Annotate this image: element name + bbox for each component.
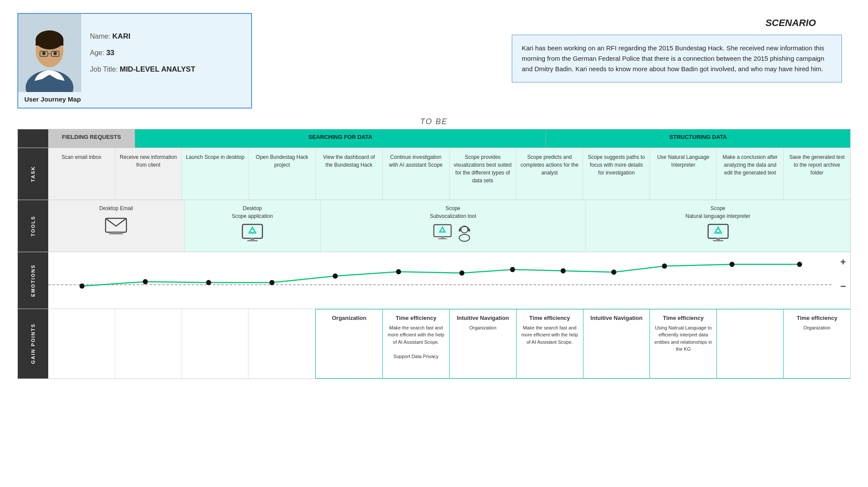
gain-cell-7: Intuitive Navigation Organization: [450, 309, 517, 378]
emotions-chart: + −: [48, 252, 850, 309]
svg-point-37: [80, 283, 85, 289]
gain-row: GAIN POINTS Organization Time efficiency…: [18, 309, 850, 378]
name-label: Name:: [90, 33, 110, 40]
emotions-row: EMOTIONS: [18, 252, 850, 309]
svg-point-46: [611, 270, 616, 275]
svg-point-38: [143, 279, 148, 284]
emotions-row-label: EMOTIONS: [18, 252, 48, 309]
gain-cell-6: Time efficiency Make the search fast and…: [383, 309, 450, 378]
emotions-axis-labels: + −: [840, 257, 846, 292]
emotions-label-text: EMOTIONS: [30, 264, 36, 297]
tools-cells: Desktop Email DesktopScope application: [48, 200, 850, 252]
task-cell-1: Scan email inbox: [48, 148, 115, 200]
tools-row: TOOLS Desktop Email DesktopScope applica…: [18, 200, 850, 252]
nli-icon: [707, 224, 729, 247]
svg-rect-21: [247, 240, 258, 241]
svg-point-33: [716, 229, 720, 233]
scenario-text: Kari has been working on an RFI regardin…: [512, 35, 842, 82]
task-cell-12: Save the generated text to the report ar…: [784, 148, 850, 200]
tool-scope-desktop-label: DesktopScope application: [232, 204, 273, 220]
task-cell-2: Receive new information from client: [115, 148, 182, 200]
gain-cells: Organization Time efficiency Make the se…: [48, 309, 850, 378]
gain-title-5: Organization: [319, 314, 379, 322]
svg-point-49: [797, 262, 802, 267]
journey-map: FIELDING REQUESTS SEARCHING FOR DATA STR…: [17, 129, 851, 379]
email-icon: [105, 216, 127, 237]
task-cell-11: Make a conclusion after analyzing the da…: [717, 148, 784, 200]
task-text-4: Open Bundestag Hack project: [256, 154, 308, 168]
phase-fielding-header: FIELDING REQUESTS: [48, 129, 135, 148]
tools-label-text: TOOLS: [30, 216, 36, 237]
job-value: MID-LEVEL ANALYST: [119, 65, 195, 73]
task-cell-3: Launch Scope in desktop: [182, 148, 249, 200]
age-label: Age:: [90, 49, 104, 56]
gain-title-8: Time efficiency: [520, 314, 580, 322]
tool-email-label: Desktop Email: [99, 204, 133, 212]
header-section: Name: KARI Age: 33 Job Title: MID-LEVEL …: [0, 0, 868, 113]
age-value: 33: [106, 49, 114, 57]
svg-point-19: [251, 229, 254, 233]
gain-cell-12: Time efficiency Organization: [784, 309, 850, 378]
gain-cell-5: Organization: [315, 309, 383, 378]
svg-rect-6: [36, 39, 63, 46]
gain-title-6: Time efficiency: [386, 314, 446, 322]
svg-rect-35: [713, 240, 723, 241]
tools-row-label: TOOLS: [18, 200, 48, 252]
gain-text-12: Organization: [787, 324, 847, 332]
svg-rect-20: [251, 238, 254, 240]
svg-point-48: [729, 262, 735, 267]
svg-point-45: [560, 268, 566, 273]
task-cells: Scan email inbox Receive new information…: [48, 148, 850, 200]
svg-marker-23: [440, 227, 446, 232]
task-cell-9: Scope suggests paths to focus with more …: [583, 148, 650, 200]
svg-point-44: [510, 267, 515, 272]
gain-text-7: Organization: [453, 324, 513, 332]
phase-structuring-header: STRUCTURING DATA: [546, 129, 850, 148]
svg-marker-32: [715, 227, 722, 233]
task-text-9: Scope suggests paths to focus with more …: [588, 154, 645, 176]
profile-photo: [18, 14, 81, 92]
scenario-title: SCENARIO: [278, 17, 842, 29]
task-text-12: Save the generated text to the report ar…: [789, 154, 845, 176]
tool-cell-scope-desktop: DesktopScope application: [185, 200, 321, 252]
phase-searching-header: SEARCHING FOR DATA: [135, 129, 546, 148]
svg-rect-15: [113, 231, 119, 233]
gain-cell-8: Time efficiency Make the search fast and…: [517, 309, 583, 378]
task-text-5: View the dashboard of the Bundestag Hack: [323, 154, 375, 168]
profile-info: Name: KARI Age: 33 Job Title: MID-LEVEL …: [81, 14, 204, 92]
task-text-11: Make a conclusion after analyzing the da…: [722, 154, 778, 176]
task-cell-7: Scope provides visualizations best suite…: [450, 148, 517, 200]
svg-rect-16: [109, 233, 123, 234]
scenario-box: SCENARIO Kari has been working on an RFI…: [269, 13, 851, 109]
task-cell-8: Scope predicts and completes actions for…: [516, 148, 583, 200]
svg-point-24: [441, 229, 444, 232]
task-text-1: Scan email inbox: [62, 154, 101, 160]
svg-point-10: [42, 52, 46, 55]
gain-text-6: Make the search fast and more efficient …: [386, 324, 446, 360]
emotions-minus: −: [840, 281, 846, 292]
tool-cell-subvoc: ScopeSubvocalization tool: [321, 200, 586, 252]
task-text-7: Scope provides visualizations best suite…: [454, 154, 512, 184]
gain-row-label: GAIN POINTS: [18, 309, 48, 378]
svg-marker-18: [249, 227, 256, 233]
tool-cell-nli: ScopeNatural language interpreter: [586, 200, 850, 252]
svg-point-39: [206, 280, 211, 285]
task-cell-4: Open Bundestag Hack project: [249, 148, 316, 200]
task-cell-5: View the dashboard of the Bundestag Hack: [316, 148, 383, 200]
task-text-8: Scope predicts and completes actions for…: [520, 154, 578, 176]
gain-label-text: GAIN POINTS: [30, 323, 36, 364]
task-row: TASK Scan email inbox Receive new inform…: [18, 148, 850, 200]
svg-point-11: [53, 52, 57, 55]
svg-rect-34: [716, 238, 720, 240]
svg-point-43: [459, 270, 464, 276]
svg-point-28: [459, 234, 470, 241]
task-label-text: TASK: [30, 166, 36, 182]
monitor-icon: [241, 224, 264, 247]
gain-text-8: Make the search fast and more efficient …: [520, 324, 580, 346]
gain-cell-4: [248, 309, 315, 378]
task-text-3: Launch Scope in desktop: [186, 154, 245, 160]
profile-footer: User Journey Map: [18, 92, 251, 106]
gain-text-10: Using Natrual Language to efficiently in…: [653, 324, 713, 353]
tool-cell-email: Desktop Email: [48, 200, 185, 252]
gain-cell-10: Time efficiency Using Natrual Language t…: [650, 309, 717, 378]
